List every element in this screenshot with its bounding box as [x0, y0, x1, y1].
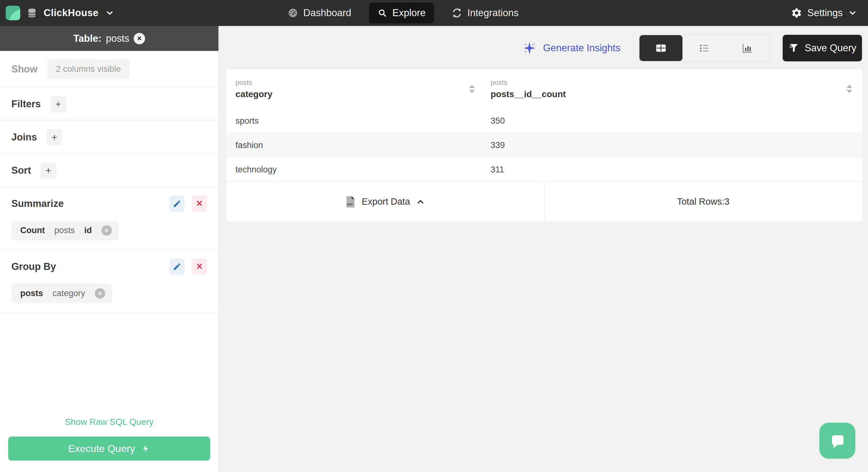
remove-summarize-chip-button[interactable]: ✕ — [101, 225, 112, 236]
tab-dashboard-label: Dashboard — [304, 7, 351, 19]
save-query-button[interactable]: Save Query — [783, 35, 862, 61]
settings-label: Settings — [807, 7, 843, 19]
add-filter-button[interactable]: + — [50, 96, 66, 112]
show-raw-sql-link[interactable]: Show Raw SQL Query — [0, 417, 218, 427]
table-label: Table: — [73, 33, 101, 44]
nav-tabs: Dashboard Explore — [279, 3, 527, 23]
cell-count: 339 — [484, 141, 862, 150]
table-view-button[interactable] — [640, 35, 683, 61]
column-header-category: posts category — [226, 69, 484, 109]
column-name: posts__id__count — [491, 89, 862, 99]
summarize-label: Summarize — [11, 198, 64, 209]
filters-section: Filters + — [0, 88, 218, 121]
filters-label: Filters — [11, 98, 41, 110]
results-area: Generate Insights — [219, 26, 868, 472]
column-table-name: posts — [491, 79, 862, 87]
sidebar-spacer — [0, 313, 218, 417]
column-table-name: posts — [236, 79, 484, 87]
table-view-icon — [654, 41, 668, 55]
remove-summarize-button[interactable]: ✕ — [192, 196, 207, 212]
chat-widget-button[interactable] — [819, 423, 855, 459]
add-sort-button[interactable]: + — [40, 162, 56, 179]
table-row: sports 350 — [226, 109, 862, 133]
cell-category: technology — [226, 165, 484, 175]
sparkle-icon — [522, 41, 537, 55]
list-view-button[interactable] — [683, 35, 726, 61]
chevron-up-icon — [416, 197, 425, 207]
edit-summarize-button[interactable] — [169, 196, 185, 212]
lightning-icon — [141, 444, 150, 453]
group-by-label: Group By — [11, 261, 56, 272]
results-toolbar: Generate Insights — [219, 35, 868, 61]
chip-table-name: posts — [20, 289, 43, 298]
chevron-down-icon — [848, 8, 857, 18]
add-join-button[interactable]: + — [46, 129, 62, 146]
generate-insights-button[interactable]: Generate Insights — [522, 35, 620, 61]
cell-count: 311 — [484, 165, 862, 175]
table-row: fashion 339 — [226, 133, 862, 157]
summarize-section: Summarize ✕ Count posts id ✕ — [0, 187, 218, 250]
remove-table-button[interactable]: ✕ — [134, 33, 145, 44]
remove-group-by-chip-button[interactable]: ✕ — [95, 288, 105, 299]
table-name: posts — [106, 33, 129, 44]
svg-text:csv: csv — [347, 202, 353, 206]
joins-section: Joins + — [0, 121, 218, 154]
tab-explore[interactable]: Explore — [369, 3, 434, 23]
execute-query-label: Execute Query — [68, 443, 135, 454]
bar-chart-icon — [741, 41, 754, 55]
summarize-chip: Count posts id ✕ — [11, 220, 119, 240]
chevron-down-icon — [105, 8, 115, 18]
search-icon — [377, 8, 387, 18]
columns-visible-pill[interactable]: 2 columns visible — [47, 59, 130, 79]
x-icon: ✕ — [196, 199, 203, 208]
column-name: category — [236, 89, 484, 99]
total-rows-indicator: Total Rows:3 — [544, 182, 863, 222]
funnel-icon — [788, 43, 799, 54]
x-icon: ✕ — [196, 262, 203, 271]
show-label: Show — [11, 64, 38, 75]
database-selector[interactable]: ClickHouse — [0, 6, 115, 20]
speech-bubble-icon — [828, 432, 846, 450]
column-header-count: posts posts__id__count — [484, 69, 862, 109]
aggregate-name: Count — [20, 226, 45, 235]
results-table-footer: csv Export Data Total Rows:3 — [226, 182, 862, 222]
edit-group-by-button[interactable] — [169, 259, 185, 274]
generate-insights-label: Generate Insights — [543, 42, 620, 54]
total-rows-label: Total Rows:3 — [677, 197, 730, 207]
cell-count: 350 — [484, 116, 862, 126]
table-row: technology 311 — [226, 157, 862, 182]
pencil-icon — [173, 199, 181, 208]
chart-view-button[interactable] — [726, 35, 769, 61]
view-toggle-group — [639, 35, 769, 61]
gear-icon — [791, 7, 802, 19]
export-data-button[interactable]: csv Export Data — [226, 182, 544, 222]
selected-table-header: Table: posts ✕ — [0, 26, 218, 51]
sort-label: Sort — [11, 165, 31, 176]
chip-table-name: posts — [54, 226, 75, 235]
tab-dashboard[interactable]: Dashboard — [279, 3, 360, 23]
csv-file-icon: csv — [345, 196, 356, 208]
app-root: ClickHouse Dashboard — [0, 0, 868, 472]
execute-query-button[interactable]: Execute Query — [8, 437, 210, 461]
sort-toggle-count[interactable] — [846, 85, 852, 93]
query-builder-sidebar: Table: posts ✕ Show 2 columns visible Fi… — [0, 26, 219, 472]
chip-column-name: id — [84, 226, 92, 235]
settings-menu[interactable]: Settings — [791, 7, 868, 19]
brand-name: ClickHouse — [43, 7, 99, 19]
joins-label: Joins — [11, 131, 37, 143]
results-table-card: posts category posts posts__id__count sp… — [226, 69, 862, 222]
chip-column-name: category — [53, 289, 85, 298]
save-query-label: Save Query — [805, 42, 857, 54]
top-nav: ClickHouse Dashboard — [0, 0, 868, 26]
show-section: Show 2 columns visible — [0, 51, 218, 88]
group-by-section: Group By ✕ posts category ✕ — [0, 250, 218, 313]
tab-integrations[interactable]: Integrations — [443, 3, 527, 23]
remove-group-by-button[interactable]: ✕ — [192, 259, 207, 274]
list-view-icon — [698, 41, 711, 55]
cell-category: sports — [226, 116, 484, 126]
sort-toggle-category[interactable] — [469, 85, 475, 93]
sort-section: Sort + — [0, 154, 218, 187]
results-table-header: posts category posts posts__id__count — [226, 69, 862, 109]
gauge-icon — [288, 8, 299, 18]
group-by-chip: posts category ✕ — [11, 284, 112, 303]
